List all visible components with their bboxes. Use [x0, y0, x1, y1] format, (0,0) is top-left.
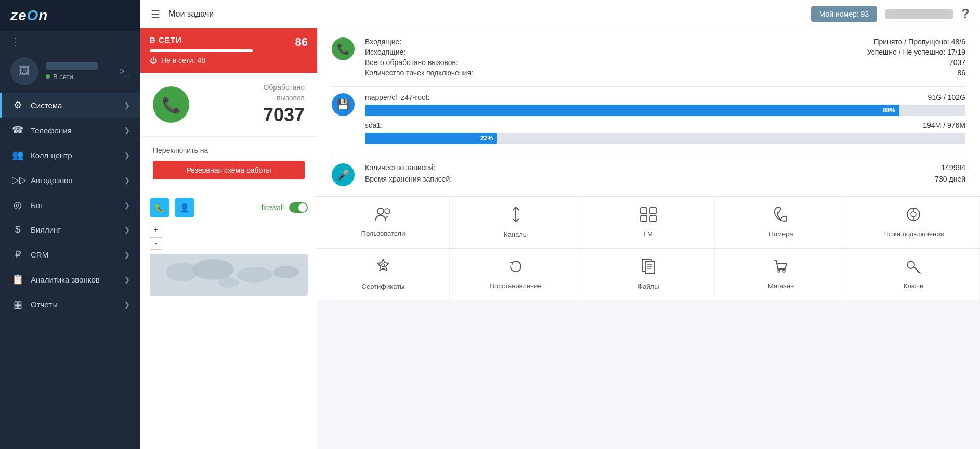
nav-arrow-bot: ❯ [124, 201, 130, 209]
sidebar-item-reports[interactable]: ▦ Отчеты ❯ [0, 292, 140, 317]
restore-ql-icon [508, 259, 524, 278]
nav-label-callcenter: Колл-центр [31, 151, 72, 160]
stats-section: 📞 Входящие: Принято / Пропущено: 48/6 Ис… [317, 28, 980, 196]
zoom-out-button[interactable]: - [150, 237, 162, 250]
numbers-ql-icon [773, 207, 789, 226]
sidebar-profile: 🖼 В сети >_ [0, 52, 140, 93]
svg-point-7 [385, 209, 390, 214]
quick-link-channels[interactable]: Каналы [450, 197, 582, 248]
sidebar-item-crm[interactable]: ₽ CRM ❯ [0, 242, 140, 267]
page-title: Мои задачи [168, 9, 803, 19]
bug-icon: 🐛 [154, 203, 165, 213]
disk-icon: 💾 [337, 98, 350, 111]
help-icon[interactable]: ? [961, 6, 970, 22]
quick-link-gm[interactable]: ГМ [582, 197, 715, 248]
bot-icon: ◎ [12, 199, 23, 211]
disk2-bar-container: 22% [365, 133, 965, 144]
disk2-label: sda1: [365, 121, 383, 130]
my-number-button[interactable]: Мой номер: 93 [811, 6, 877, 22]
power-icon: ⏻ [150, 56, 157, 65]
svg-point-6 [377, 208, 384, 214]
phone-icon: 📞 [162, 96, 181, 114]
sidebar-item-autodialer[interactable]: ▷▷ Автодозвон ❯ [0, 168, 140, 193]
incoming-phone-icon: 📞 [337, 43, 350, 55]
quick-link-shop[interactable]: Магазин [715, 249, 847, 300]
incoming-calls-icon-circle: 📞 [332, 37, 355, 60]
sidebar: zeOn ⋮ 🖼 В сети >_ ⚙ Система ❯ ☎ Телефон… [0, 0, 140, 449]
incoming-stat-line: Входящие: Принято / Пропущено: 48/6 [365, 37, 965, 46]
quick-link-files[interactable]: Файлы [582, 249, 715, 300]
svg-rect-10 [641, 215, 647, 222]
switch-card: Переключить на Резервная схема работы [140, 137, 317, 189]
users-ql-label: Пользователи [361, 229, 406, 237]
right-panel: 📞 Входящие: Принято / Пропущено: 48/6 Ис… [317, 28, 980, 449]
system-icon: ⚙ [12, 99, 23, 111]
quick-link-restore[interactable]: Восстановление [450, 249, 582, 300]
svg-rect-18 [645, 261, 655, 274]
sidebar-item-callcenter[interactable]: 👥 Колл-центр ❯ [0, 143, 140, 168]
online-status-title: В СЕТИ [150, 35, 308, 44]
nav-label-crm: CRM [31, 250, 48, 259]
hamburger-menu[interactable]: ☰ [151, 8, 160, 20]
sidebar-item-system[interactable]: ⚙ Система ❯ [0, 93, 140, 118]
content-area: В СЕТИ 86 ⏻ Не в сети: 48 📞 Обработано в… [140, 28, 980, 449]
crm-icon: ₽ [12, 249, 23, 260]
terminal-icon[interactable]: >_ [119, 66, 130, 77]
sidebar-item-telephony[interactable]: ☎ Телефония ❯ [0, 118, 140, 143]
status-online: В сети [46, 73, 98, 81]
recordings-storage-line: Время хранения записей: 730 дней [365, 175, 965, 183]
sidebar-item-analytics[interactable]: 📋 Аналитика звонков ❯ [0, 267, 140, 292]
svg-point-13 [911, 212, 916, 217]
sidebar-item-bot[interactable]: ◎ Бот ❯ [0, 193, 140, 217]
disk-stats-data: mapper/cl_z47-root: 91G / 102G 89% sda1:… [365, 93, 965, 149]
numbers-ql-label: Номера [768, 230, 793, 238]
header-phone-blur [885, 9, 953, 19]
nav-label-billing: Биллинг [31, 225, 61, 234]
sidebar-logo: zeOn [0, 0, 140, 31]
svg-point-1 [166, 263, 198, 281]
status-label: В сети [53, 73, 73, 81]
status-dot [46, 74, 50, 79]
outgoing-label: Исходящие: [365, 48, 406, 56]
svg-rect-8 [641, 208, 647, 214]
offline-row: ⏻ Не в сети: 48 [150, 56, 308, 65]
channels-ql-label: Каналы [504, 230, 528, 238]
firewall-user-button[interactable]: 👤 [175, 198, 194, 217]
switch-scheme-button[interactable]: Резервная схема работы [153, 161, 305, 179]
quick-link-connections[interactable]: Точки подключения [847, 197, 980, 248]
connections-value: 86 [957, 69, 965, 77]
firewall-label: firewall [261, 203, 284, 212]
disk1-bar-label: 89% [883, 107, 895, 114]
quick-link-numbers[interactable]: Номера [715, 197, 847, 248]
disk1-bar: 89% [365, 105, 899, 116]
left-panel: В СЕТИ 86 ⏻ Не в сети: 48 📞 Обработано в… [140, 28, 317, 449]
main-area: ☰ Мои задачи Мой номер: 93 ? В СЕТИ 86 ⏻… [140, 0, 980, 449]
online-status-card: В СЕТИ 86 ⏻ Не в сети: 48 [140, 28, 317, 73]
map-zoom-controls: + - [150, 224, 308, 250]
svg-rect-9 [650, 208, 656, 214]
certs-ql-icon [375, 258, 391, 278]
svg-point-22 [778, 270, 780, 272]
recordings-count-value: 149994 [941, 163, 965, 172]
quick-link-certs[interactable]: Сертификаты [317, 249, 450, 300]
billing-icon: $ [12, 224, 23, 235]
quick-link-users[interactable]: Пользователи [317, 197, 450, 248]
channels-ql-icon [509, 206, 522, 226]
map-area [150, 254, 308, 296]
zoom-in-button[interactable]: + [150, 224, 162, 236]
sidebar-dots: ⋮ [0, 31, 140, 52]
total-calls-label: Всего обработано вызовов: [365, 58, 458, 67]
profile-name-blur [46, 62, 98, 70]
firewall-toggle[interactable] [289, 202, 308, 213]
certs-ql-label: Сертификаты [362, 283, 405, 290]
quick-link-keys[interactable]: Ключи [847, 249, 980, 300]
firewall-bug-button[interactable]: 🐛 [150, 198, 169, 217]
shop-ql-label: Магазин [768, 282, 794, 290]
svg-point-4 [273, 266, 299, 278]
avatar: 🖼 [10, 57, 38, 85]
sidebar-item-billing[interactable]: $ Биллинг ❯ [0, 217, 140, 242]
online-count: 86 [295, 35, 308, 49]
autodialer-icon: ▷▷ [12, 174, 23, 186]
nav-label-autodialer: Автодозвон [31, 176, 73, 185]
user-icon: 👤 [179, 203, 190, 213]
